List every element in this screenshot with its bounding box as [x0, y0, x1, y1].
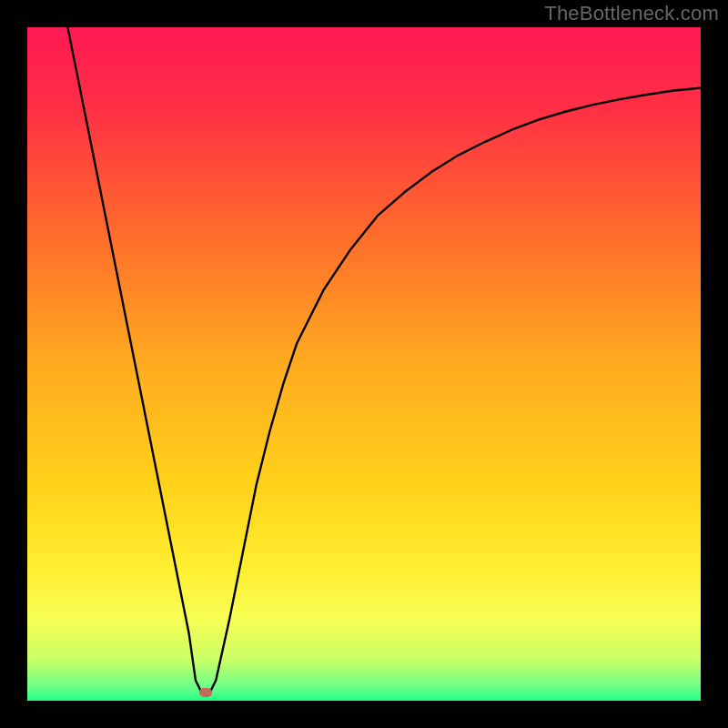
bottleneck-curve: [27, 27, 701, 701]
curve-line: [67, 27, 701, 694]
plot-area: [27, 27, 701, 701]
minimum-marker: [199, 688, 212, 697]
watermark-text: TheBottleneck.com: [544, 2, 719, 25]
chart-frame: TheBottleneck.com: [0, 0, 728, 728]
